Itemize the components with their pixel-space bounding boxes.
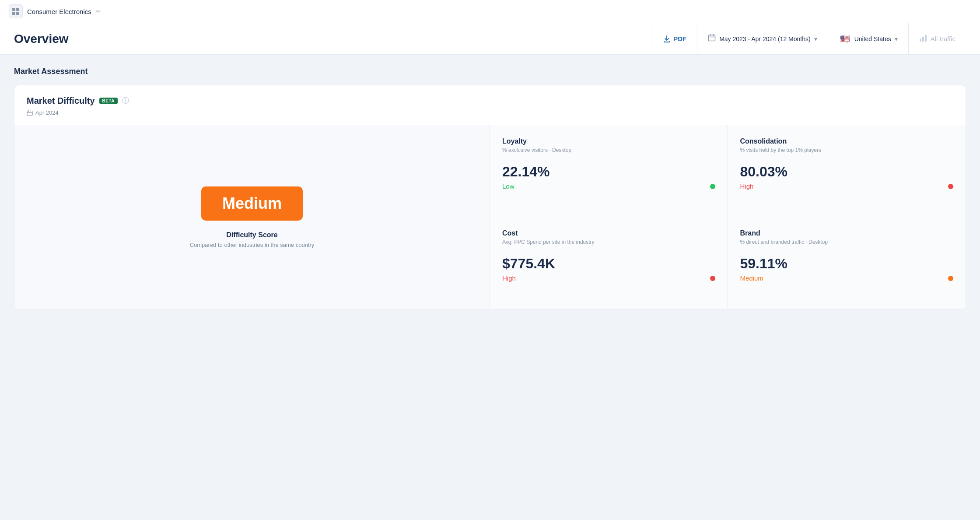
page-title: Overview bbox=[14, 32, 652, 46]
consolidation-status-row: High bbox=[740, 183, 954, 190]
country-flag: 🇺🇸 bbox=[839, 33, 851, 45]
consolidation-status: High bbox=[740, 183, 754, 190]
date-range-text: May 2023 - Apr 2024 (12 Months) bbox=[719, 35, 811, 42]
card-date: Apr 2024 bbox=[27, 109, 953, 116]
date-icon bbox=[27, 110, 33, 116]
consolidation-dot bbox=[948, 184, 953, 189]
tab-label: Consumer Electronics bbox=[27, 8, 91, 15]
consolidation-value: 80.03% bbox=[740, 164, 954, 180]
loyalty-metric: Loyalty % exclusive visitors · Desktop 2… bbox=[490, 125, 728, 217]
svg-rect-1 bbox=[16, 8, 19, 11]
svg-rect-3 bbox=[16, 12, 19, 15]
date-range-selector[interactable]: May 2023 - Apr 2024 (12 Months) ▾ bbox=[697, 23, 828, 55]
brand-dot bbox=[948, 276, 953, 281]
country-selector[interactable]: 🇺🇸 United States ▾ bbox=[828, 23, 908, 55]
cost-desc: Avg. PPC Spend per site in the industry bbox=[502, 239, 715, 245]
cost-metric: Cost Avg. PPC Spend per site in the indu… bbox=[490, 217, 728, 309]
loyalty-value: 22.14% bbox=[502, 164, 715, 180]
top-bar: Consumer Electronics ✏ bbox=[0, 0, 980, 23]
svg-rect-8 bbox=[27, 111, 32, 116]
brand-value: 59.11% bbox=[740, 256, 954, 272]
header: Overview PDF May 2023 - Apr 2024 (12 Mon… bbox=[0, 23, 980, 55]
brand-name: Brand bbox=[740, 229, 954, 237]
brand-status: Medium bbox=[740, 274, 763, 282]
card-title: Market Difficulty bbox=[27, 96, 95, 106]
card-body: Medium Difficulty Score Compared to othe… bbox=[14, 125, 966, 309]
consolidation-desc: % visits held by the top 1% players bbox=[740, 147, 954, 153]
consolidation-name: Consolidation bbox=[740, 137, 954, 145]
svg-rect-2 bbox=[12, 12, 15, 15]
date-range-chevron: ▾ bbox=[814, 35, 817, 42]
calendar-icon bbox=[708, 34, 716, 44]
cost-status-row: High bbox=[502, 274, 715, 282]
traffic-text: All traffic bbox=[931, 35, 956, 42]
app-icon bbox=[9, 4, 23, 18]
country-chevron: ▾ bbox=[895, 35, 898, 42]
traffic-selector[interactable]: All traffic bbox=[908, 23, 966, 55]
brand-metric: Brand % direct and branded traffic · Des… bbox=[728, 217, 966, 309]
beta-badge: BETA bbox=[99, 98, 118, 104]
loyalty-name: Loyalty bbox=[502, 137, 715, 145]
consolidation-metric: Consolidation % visits held by the top 1… bbox=[728, 125, 966, 217]
info-icon[interactable]: ⓘ bbox=[122, 96, 129, 105]
brand-status-row: Medium bbox=[740, 274, 954, 282]
svg-rect-5 bbox=[920, 39, 921, 42]
traffic-icon bbox=[919, 34, 927, 44]
brand-desc: % direct and branded traffic · Desktop bbox=[740, 239, 954, 245]
loyalty-status-row: Low bbox=[502, 183, 715, 190]
metrics-section: Loyalty % exclusive visitors · Desktop 2… bbox=[490, 125, 966, 309]
cost-dot bbox=[710, 276, 715, 281]
svg-rect-7 bbox=[925, 35, 927, 42]
card-date-text: Apr 2024 bbox=[35, 109, 59, 116]
cost-value: $775.4K bbox=[502, 256, 715, 272]
main-content: Market Assessment Market Difficulty BETA… bbox=[0, 55, 980, 322]
edit-icon[interactable]: ✏ bbox=[96, 8, 101, 15]
svg-rect-0 bbox=[12, 8, 15, 11]
difficulty-badge: Medium bbox=[201, 186, 303, 221]
pdf-button[interactable]: PDF bbox=[652, 23, 697, 55]
card-header: Market Difficulty BETA ⓘ Apr 2024 bbox=[14, 85, 966, 125]
cost-status: High bbox=[502, 274, 516, 282]
section-title: Market Assessment bbox=[14, 67, 966, 76]
pdf-label: PDF bbox=[673, 35, 686, 42]
svg-rect-6 bbox=[922, 37, 924, 42]
loyalty-status: Low bbox=[502, 183, 514, 190]
pdf-icon bbox=[663, 35, 671, 43]
cost-name: Cost bbox=[502, 229, 715, 237]
score-sublabel: Compared to other industries in the same… bbox=[190, 242, 315, 248]
score-label: Difficulty Score bbox=[226, 231, 277, 239]
market-difficulty-card: Market Difficulty BETA ⓘ Apr 2024 Medium… bbox=[14, 85, 966, 309]
country-text: United States bbox=[854, 35, 891, 42]
header-controls: PDF May 2023 - Apr 2024 (12 Months) ▾ 🇺🇸… bbox=[652, 23, 966, 55]
svg-rect-4 bbox=[709, 35, 715, 41]
loyalty-desc: % exclusive visitors · Desktop bbox=[502, 147, 715, 153]
difficulty-score-section: Medium Difficulty Score Compared to othe… bbox=[14, 125, 490, 309]
loyalty-dot bbox=[710, 184, 715, 189]
